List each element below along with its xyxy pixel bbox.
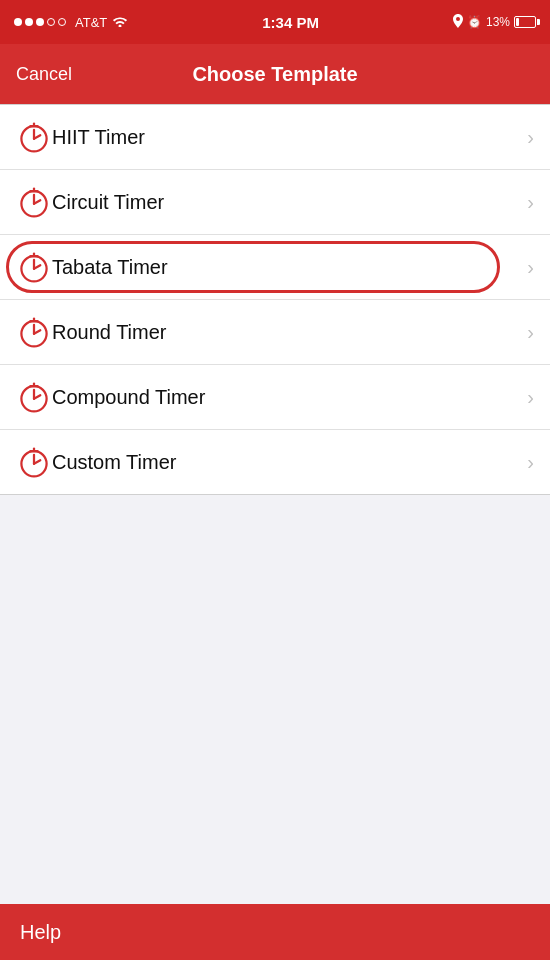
list-item-hiit[interactable]: HIIT Timer ›: [0, 105, 550, 170]
timer-icon-round: [16, 314, 52, 350]
round-chevron-icon: ›: [527, 321, 534, 344]
alarm-icon: ⏰: [467, 15, 482, 29]
wifi-icon: [112, 14, 128, 30]
timer-icon-compound: [16, 379, 52, 415]
dot-4: [47, 18, 55, 26]
round-timer-label: Round Timer: [52, 321, 527, 344]
battery-percent: 13%: [486, 15, 510, 29]
carrier-label: AT&T: [75, 15, 107, 30]
circuit-chevron-icon: ›: [527, 191, 534, 214]
hiit-chevron-icon: ›: [527, 126, 534, 149]
dot-2: [25, 18, 33, 26]
list-item-compound[interactable]: Compound Timer ›: [0, 365, 550, 430]
dot-3: [36, 18, 44, 26]
custom-timer-label: Custom Timer: [52, 451, 527, 474]
content-area: HIIT Timer › Circuit Timer ›: [0, 104, 550, 904]
battery-fill: [516, 18, 519, 26]
compound-timer-label: Compound Timer: [52, 386, 527, 409]
list-item-tabata[interactable]: Tabata Timer ›: [0, 235, 550, 300]
tabata-chevron-icon: ›: [527, 256, 534, 279]
tabata-timer-label: Tabata Timer: [52, 256, 527, 279]
battery-icon: [514, 16, 536, 28]
custom-chevron-icon: ›: [527, 451, 534, 474]
help-button[interactable]: Help: [20, 921, 61, 944]
dot-5: [58, 18, 66, 26]
template-list: HIIT Timer › Circuit Timer ›: [0, 104, 550, 495]
location-icon: [453, 14, 463, 31]
empty-space: [0, 495, 550, 904]
timer-icon-circuit: [16, 184, 52, 220]
list-item-circuit[interactable]: Circuit Timer ›: [0, 170, 550, 235]
list-item-custom[interactable]: Custom Timer ›: [0, 430, 550, 494]
hiit-timer-label: HIIT Timer: [52, 126, 527, 149]
timer-icon-custom: [16, 444, 52, 480]
status-right: ⏰ 13%: [453, 14, 536, 31]
signal-dots: [14, 18, 66, 26]
timer-icon-tabata: [16, 249, 52, 285]
dot-1: [14, 18, 22, 26]
cancel-button[interactable]: Cancel: [16, 64, 72, 85]
status-left: AT&T: [14, 14, 128, 30]
list-item-round[interactable]: Round Timer ›: [0, 300, 550, 365]
circuit-timer-label: Circuit Timer: [52, 191, 527, 214]
nav-bar: Cancel Choose Template: [0, 44, 550, 104]
timer-icon-hiit: [16, 119, 52, 155]
compound-chevron-icon: ›: [527, 386, 534, 409]
footer-bar: Help: [0, 904, 550, 960]
status-time: 1:34 PM: [262, 14, 319, 31]
status-bar: AT&T 1:34 PM ⏰ 13%: [0, 0, 550, 44]
page-title: Choose Template: [192, 63, 357, 86]
